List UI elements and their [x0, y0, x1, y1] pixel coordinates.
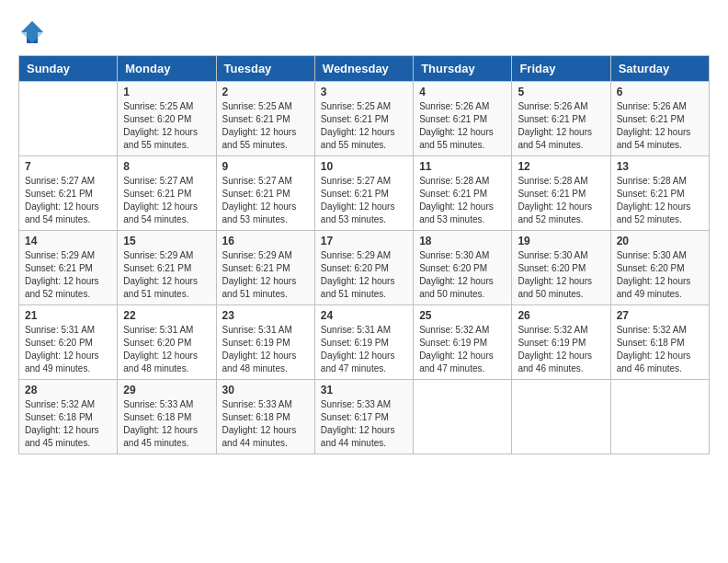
day-number: 31: [321, 384, 407, 396]
day-info: Sunrise: 5:29 AM Sunset: 6:20 PM Dayligh…: [321, 249, 407, 301]
calendar-day-cell: 9Sunrise: 5:27 AM Sunset: 6:21 PM Daylig…: [216, 156, 314, 231]
calendar-day-cell: 10Sunrise: 5:27 AM Sunset: 6:21 PM Dayli…: [314, 156, 413, 231]
calendar-day-cell: 18Sunrise: 5:30 AM Sunset: 6:20 PM Dayli…: [414, 231, 512, 305]
day-number: 2: [222, 86, 309, 98]
day-number: 20: [617, 235, 703, 247]
logo-icon: [18, 18, 46, 46]
calendar-day-cell: 6Sunrise: 5:26 AM Sunset: 6:21 PM Daylig…: [610, 82, 709, 156]
svg-marker-1: [21, 21, 43, 43]
calendar-week-row: 14Sunrise: 5:29 AM Sunset: 6:21 PM Dayli…: [19, 231, 710, 305]
day-number: 25: [419, 309, 506, 322]
day-info: Sunrise: 5:28 AM Sunset: 6:21 PM Dayligh…: [518, 175, 604, 226]
calendar-day-cell: 4Sunrise: 5:26 AM Sunset: 6:21 PM Daylig…: [414, 82, 512, 156]
calendar-day-cell: 12Sunrise: 5:28 AM Sunset: 6:21 PM Dayli…: [512, 156, 610, 231]
day-number: 16: [222, 235, 309, 247]
calendar-day-cell: 21Sunrise: 5:31 AM Sunset: 6:20 PM Dayli…: [19, 305, 118, 380]
day-info: Sunrise: 5:30 AM Sunset: 6:20 PM Dayligh…: [518, 249, 604, 301]
calendar-day-cell: 23Sunrise: 5:31 AM Sunset: 6:19 PM Dayli…: [216, 305, 314, 380]
calendar-day-cell: 17Sunrise: 5:29 AM Sunset: 6:20 PM Dayli…: [314, 231, 413, 305]
calendar-day-cell: 30Sunrise: 5:33 AM Sunset: 6:18 PM Dayli…: [216, 380, 314, 454]
day-of-week-header: Monday: [118, 56, 216, 82]
day-info: Sunrise: 5:27 AM Sunset: 6:21 PM Dayligh…: [222, 175, 309, 226]
day-info: Sunrise: 5:33 AM Sunset: 6:17 PM Dayligh…: [321, 398, 407, 450]
calendar-week-row: 7Sunrise: 5:27 AM Sunset: 6:21 PM Daylig…: [19, 156, 710, 231]
day-info: Sunrise: 5:28 AM Sunset: 6:21 PM Dayligh…: [617, 175, 703, 226]
day-number: 18: [419, 235, 506, 247]
day-of-week-header: Wednesday: [314, 56, 413, 82]
day-number: 5: [518, 86, 604, 98]
calendar-day-cell: 31Sunrise: 5:33 AM Sunset: 6:17 PM Dayli…: [314, 380, 413, 454]
calendar-day-cell: 8Sunrise: 5:27 AM Sunset: 6:21 PM Daylig…: [118, 156, 216, 231]
day-number: 8: [123, 160, 210, 173]
calendar-day-cell: 7Sunrise: 5:27 AM Sunset: 6:21 PM Daylig…: [19, 156, 118, 231]
calendar-week-row: 28Sunrise: 5:32 AM Sunset: 6:18 PM Dayli…: [19, 380, 710, 454]
day-number: 7: [25, 160, 111, 173]
day-info: Sunrise: 5:26 AM Sunset: 6:21 PM Dayligh…: [419, 100, 506, 152]
day-number: 13: [617, 160, 703, 173]
day-number: 17: [321, 235, 407, 247]
day-number: 3: [321, 86, 407, 98]
day-info: Sunrise: 5:31 AM Sunset: 6:19 PM Dayligh…: [321, 324, 407, 375]
day-number: 28: [25, 384, 111, 396]
day-of-week-header: Saturday: [610, 56, 709, 82]
day-info: Sunrise: 5:29 AM Sunset: 6:21 PM Dayligh…: [25, 249, 111, 301]
day-number: 30: [222, 384, 309, 396]
day-info: Sunrise: 5:31 AM Sunset: 6:20 PM Dayligh…: [25, 324, 111, 375]
calendar-day-cell: 15Sunrise: 5:29 AM Sunset: 6:21 PM Dayli…: [118, 231, 216, 305]
day-info: Sunrise: 5:31 AM Sunset: 6:19 PM Dayligh…: [222, 324, 309, 375]
page-header: [18, 18, 710, 46]
day-number: 22: [123, 309, 210, 322]
day-info: Sunrise: 5:25 AM Sunset: 6:21 PM Dayligh…: [321, 100, 407, 152]
calendar-header-row: SundayMondayTuesdayWednesdayThursdayFrid…: [19, 56, 710, 82]
day-info: Sunrise: 5:25 AM Sunset: 6:21 PM Dayligh…: [222, 100, 309, 152]
calendar-day-cell: 16Sunrise: 5:29 AM Sunset: 6:21 PM Dayli…: [216, 231, 314, 305]
calendar-day-cell: 22Sunrise: 5:31 AM Sunset: 6:20 PM Dayli…: [118, 305, 216, 380]
day-info: Sunrise: 5:27 AM Sunset: 6:21 PM Dayligh…: [25, 175, 111, 226]
calendar-day-cell: 26Sunrise: 5:32 AM Sunset: 6:19 PM Dayli…: [512, 305, 610, 380]
day-number: 19: [518, 235, 604, 247]
day-number: 1: [123, 86, 210, 98]
calendar-day-cell: 3Sunrise: 5:25 AM Sunset: 6:21 PM Daylig…: [314, 82, 413, 156]
day-info: Sunrise: 5:26 AM Sunset: 6:21 PM Dayligh…: [518, 100, 604, 152]
day-info: Sunrise: 5:32 AM Sunset: 6:18 PM Dayligh…: [25, 398, 111, 450]
calendar-day-cell: 20Sunrise: 5:30 AM Sunset: 6:20 PM Dayli…: [610, 231, 709, 305]
day-number: 10: [321, 160, 407, 173]
day-info: Sunrise: 5:28 AM Sunset: 6:21 PM Dayligh…: [419, 175, 506, 226]
day-info: Sunrise: 5:32 AM Sunset: 6:18 PM Dayligh…: [617, 324, 703, 375]
day-of-week-header: Friday: [512, 56, 610, 82]
day-of-week-header: Tuesday: [216, 56, 314, 82]
calendar-day-cell: 1Sunrise: 5:25 AM Sunset: 6:20 PM Daylig…: [118, 82, 216, 156]
calendar-day-cell: 14Sunrise: 5:29 AM Sunset: 6:21 PM Dayli…: [19, 231, 118, 305]
day-number: 4: [419, 86, 506, 98]
calendar-week-row: 1Sunrise: 5:25 AM Sunset: 6:20 PM Daylig…: [19, 82, 710, 156]
day-number: 6: [617, 86, 703, 98]
day-number: 12: [518, 160, 604, 173]
day-info: Sunrise: 5:32 AM Sunset: 6:19 PM Dayligh…: [419, 324, 506, 375]
calendar-table: SundayMondayTuesdayWednesdayThursdayFrid…: [18, 55, 710, 454]
day-info: Sunrise: 5:30 AM Sunset: 6:20 PM Dayligh…: [617, 249, 703, 301]
calendar-day-cell: 11Sunrise: 5:28 AM Sunset: 6:21 PM Dayli…: [414, 156, 512, 231]
logo: [18, 18, 50, 46]
calendar-day-cell: 28Sunrise: 5:32 AM Sunset: 6:18 PM Dayli…: [19, 380, 118, 454]
calendar-day-cell: [414, 380, 512, 454]
day-info: Sunrise: 5:27 AM Sunset: 6:21 PM Dayligh…: [321, 175, 407, 226]
calendar-day-cell: 29Sunrise: 5:33 AM Sunset: 6:18 PM Dayli…: [118, 380, 216, 454]
day-number: 15: [123, 235, 210, 247]
day-number: 11: [419, 160, 506, 173]
day-info: Sunrise: 5:30 AM Sunset: 6:20 PM Dayligh…: [419, 249, 506, 301]
calendar-day-cell: [19, 82, 118, 156]
calendar-day-cell: 5Sunrise: 5:26 AM Sunset: 6:21 PM Daylig…: [512, 82, 610, 156]
day-number: 9: [222, 160, 309, 173]
day-info: Sunrise: 5:26 AM Sunset: 6:21 PM Dayligh…: [617, 100, 703, 152]
day-info: Sunrise: 5:25 AM Sunset: 6:20 PM Dayligh…: [123, 100, 210, 152]
calendar-day-cell: 27Sunrise: 5:32 AM Sunset: 6:18 PM Dayli…: [610, 305, 709, 380]
day-number: 27: [617, 309, 703, 322]
day-of-week-header: Thursday: [414, 56, 512, 82]
day-info: Sunrise: 5:27 AM Sunset: 6:21 PM Dayligh…: [123, 175, 210, 226]
calendar-day-cell: 2Sunrise: 5:25 AM Sunset: 6:21 PM Daylig…: [216, 82, 314, 156]
day-number: 24: [321, 309, 407, 322]
day-info: Sunrise: 5:29 AM Sunset: 6:21 PM Dayligh…: [222, 249, 309, 301]
calendar-day-cell: 13Sunrise: 5:28 AM Sunset: 6:21 PM Dayli…: [610, 156, 709, 231]
day-number: 14: [25, 235, 111, 247]
day-info: Sunrise: 5:29 AM Sunset: 6:21 PM Dayligh…: [123, 249, 210, 301]
